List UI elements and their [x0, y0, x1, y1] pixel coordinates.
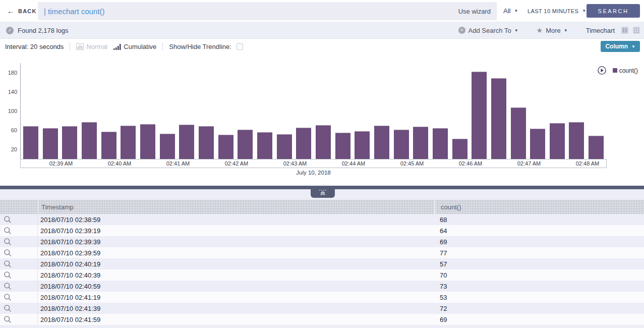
trendline-label: Show/Hide Trendline:	[169, 43, 231, 50]
chart-bar[interactable]	[140, 124, 155, 159]
collapse-panel-handle[interactable]	[311, 189, 335, 198]
table-row: 2018/07/10 02:41:3972	[0, 303, 644, 314]
chart-bar[interactable]	[394, 130, 409, 159]
row-inspect-cell[interactable]	[0, 303, 38, 314]
chart-bar[interactable]	[550, 123, 565, 159]
chart-bar[interactable]	[121, 126, 136, 159]
use-wizard-link[interactable]: Use wizard	[458, 8, 491, 15]
row-inspect-cell[interactable]	[0, 225, 38, 236]
table-row: 2018/07/10 02:39:3969	[0, 236, 644, 247]
chart-bar[interactable]	[277, 134, 292, 159]
chart-bar[interactable]	[413, 127, 428, 159]
count-cell: 57	[434, 260, 644, 268]
x-axis-tick-label: 02:42 AM	[214, 159, 259, 168]
chart-bar[interactable]	[296, 128, 311, 159]
timestamp-cell: 2018/07/10 02:40:59	[38, 283, 434, 290]
panel-divider[interactable]	[0, 186, 644, 189]
chart-bar[interactable]	[452, 139, 467, 159]
chart-bar[interactable]	[316, 125, 331, 159]
table-row: 2018/07/10 02:38:5968	[0, 214, 644, 225]
normal-mode-toggle[interactable]: Normal	[76, 43, 107, 50]
timestamp-cell: 2018/07/10 02:39:59	[38, 249, 434, 257]
chevron-down-icon: ▼	[564, 28, 568, 33]
more-dropdown[interactable]: ★ More ▼	[537, 26, 568, 34]
table-header-timestamp[interactable]: Timestamp	[38, 200, 434, 214]
magnifier-icon[interactable]	[4, 282, 12, 290]
timechart: 2060100140180 02:39 AM02:40 AM02:41 AM02…	[0, 54, 644, 186]
chart-bar[interactable]	[238, 130, 253, 159]
legend-label: count()	[619, 67, 638, 74]
magnifier-icon[interactable]	[4, 238, 12, 246]
table-row: 2018/07/10 02:41:5969	[0, 314, 644, 325]
chart-bar[interactable]	[82, 122, 97, 159]
chart-bar[interactable]	[355, 131, 370, 159]
ascending-bars-icon	[113, 43, 121, 50]
magnifier-icon[interactable]	[4, 260, 12, 268]
row-inspect-cell[interactable]	[0, 281, 38, 292]
chart-bar[interactable]	[491, 78, 506, 159]
chart-bar[interactable]	[179, 125, 194, 159]
legend-item-count[interactable]: count()	[613, 67, 638, 74]
search-query-input[interactable]: | timechart count() Use wizard	[38, 2, 497, 20]
magnifier-icon[interactable]	[4, 215, 12, 224]
chart-type-button[interactable]: Column ▼	[601, 41, 640, 52]
chart-bar[interactable]	[569, 122, 584, 159]
chart-controls-row: Interval: 20 seconds Normal Cumulative S…	[0, 39, 644, 54]
chart-bar[interactable]	[218, 135, 233, 159]
chart-bar[interactable]	[374, 126, 389, 159]
star-icon: ★	[537, 26, 543, 34]
add-search-to-dropdown[interactable]: + Add Search To ▼	[458, 27, 518, 34]
split-view-icon[interactable]	[621, 27, 628, 34]
grid-view-icon[interactable]	[633, 27, 640, 34]
chart-bar[interactable]	[433, 128, 448, 159]
chart-bar[interactable]	[257, 132, 272, 159]
normal-label: Normal	[86, 43, 107, 50]
search-button[interactable]: SEARCH	[587, 4, 640, 18]
scope-dropdown[interactable]: All ▼	[503, 0, 518, 22]
chart-bar[interactable]	[62, 126, 77, 159]
magnifier-icon[interactable]	[4, 304, 12, 312]
row-inspect-cell[interactable]	[0, 314, 38, 325]
chart-bar[interactable]	[335, 133, 350, 159]
magnifier-icon[interactable]	[4, 227, 12, 235]
double-chevron-up-icon	[320, 191, 326, 195]
table-row: 2018/07/10 02:39:1964	[0, 225, 644, 236]
table-header-count[interactable]: count()	[434, 200, 644, 214]
chart-bar[interactable]	[199, 126, 214, 159]
y-axis-tick-label: 60	[0, 127, 17, 134]
row-inspect-cell[interactable]	[0, 258, 38, 269]
count-cell: 73	[434, 283, 644, 290]
x-axis-tick-label: 02:45 AM	[389, 159, 435, 168]
row-inspect-cell[interactable]	[0, 269, 38, 281]
table-row: 2018/07/10 02:40:3970	[0, 269, 644, 281]
check-circle-icon: ✓	[6, 27, 14, 34]
row-inspect-cell[interactable]	[0, 247, 38, 258]
chart-bar[interactable]	[160, 134, 175, 159]
chart-bar[interactable]	[23, 126, 38, 159]
count-cell: 69	[434, 238, 644, 246]
chart-bar[interactable]	[530, 129, 545, 159]
time-range-value: LAST 10 MINUTES	[528, 8, 578, 14]
row-inspect-cell[interactable]	[0, 236, 38, 247]
count-cell: 70	[434, 271, 644, 279]
magnifier-icon[interactable]	[4, 293, 12, 301]
play-button-icon[interactable]	[598, 66, 606, 75]
add-search-to-label: Add Search To	[469, 27, 511, 34]
chart-bar[interactable]	[589, 136, 604, 159]
chart-bar[interactable]	[43, 128, 58, 159]
chart-bar[interactable]	[511, 107, 526, 159]
time-range-dropdown[interactable]: LAST 10 MINUTES ▼	[528, 0, 587, 22]
magnifier-icon[interactable]	[4, 271, 12, 279]
row-inspect-cell[interactable]	[0, 214, 38, 225]
magnifier-icon[interactable]	[4, 249, 12, 257]
cumulative-mode-toggle[interactable]: Cumulative	[113, 43, 156, 50]
row-inspect-cell[interactable]	[0, 292, 38, 303]
table-header-row: Timestamp count()	[0, 200, 644, 214]
chart-bar[interactable]	[101, 132, 116, 159]
trendline-checkbox[interactable]	[237, 43, 243, 50]
y-axis-tick-label: 140	[0, 88, 17, 95]
bar-chart-icon	[76, 43, 84, 50]
chart-bar[interactable]	[472, 72, 487, 159]
table-row: 2018/07/10 02:40:5973	[0, 281, 644, 292]
magnifier-icon[interactable]	[4, 315, 12, 323]
